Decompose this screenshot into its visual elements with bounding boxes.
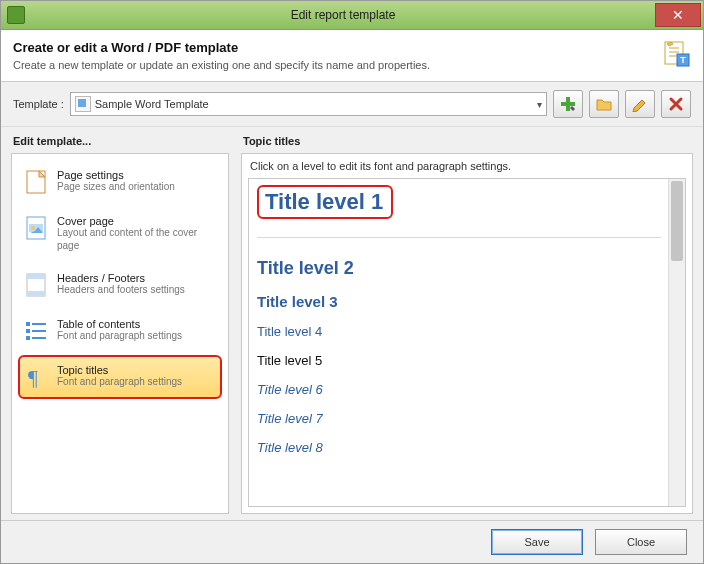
header-pane: Create or edit a Word / PDF template Cre…: [1, 30, 703, 82]
svg-rect-14: [26, 329, 30, 333]
svg-rect-13: [32, 323, 46, 325]
app-icon: [7, 6, 25, 24]
sidebar-item-title: Topic titles: [57, 364, 182, 376]
svg-rect-10: [27, 274, 45, 279]
sidebar-item-cover-page[interactable]: Cover pageLayout and content of the cove…: [18, 206, 222, 261]
delete-icon: [668, 96, 684, 112]
sidebar-item-title: Page settings: [57, 169, 175, 181]
new-template-button[interactable]: [553, 90, 583, 118]
cover-page-icon: [25, 215, 47, 241]
title-level-3[interactable]: Title level 3: [257, 293, 661, 310]
scrollbar-thumb[interactable]: [671, 181, 683, 261]
pilcrow-icon: ¶: [25, 364, 47, 390]
sidebar-item-title: Table of contents: [57, 318, 182, 330]
sidebar-item-sub: Font and paragraph settings: [57, 330, 182, 343]
headers-footers-icon: [25, 272, 47, 298]
title-level-4[interactable]: Title level 4: [257, 324, 661, 339]
title-level-1[interactable]: Title level 1: [257, 185, 393, 219]
template-selected-text: Sample Word Template: [95, 98, 209, 110]
window-title: Edit report template: [31, 8, 655, 22]
footer: Save Close: [1, 520, 703, 563]
sidebar-item-sub: Page sizes and orientation: [57, 181, 175, 194]
pencil-icon: [632, 96, 648, 112]
sidebar-item-sub: Layout and content of the cover page: [57, 227, 215, 252]
svg-rect-11: [27, 291, 45, 296]
page-icon: [25, 169, 47, 195]
template-row: Template : Sample Word Template ▾: [1, 82, 703, 127]
save-button[interactable]: Save: [491, 529, 583, 555]
right-column: Topic titles Click on a level to edit it…: [241, 135, 693, 514]
sidebar-item-topic-titles[interactable]: ¶ Topic titlesFont and paragraph setting…: [18, 355, 222, 399]
svg-rect-17: [32, 337, 46, 339]
title-level-5[interactable]: Title level 5: [257, 353, 661, 368]
right-heading: Topic titles: [243, 135, 693, 147]
template-select[interactable]: Sample Word Template ▾: [70, 92, 547, 116]
title-levels-inner: Title level 1 Title level 2 Title level …: [249, 179, 669, 506]
body-area: Edit template... Page settingsPage sizes…: [1, 127, 703, 520]
sidebar-item-sub: Headers and footers settings: [57, 284, 185, 297]
close-button[interactable]: Close: [595, 529, 687, 555]
left-column: Edit template... Page settingsPage sizes…: [11, 135, 229, 514]
header-icon: T: [663, 40, 691, 68]
right-box: Click on a level to edit its font and pa…: [241, 153, 693, 514]
scrollbar[interactable]: [668, 179, 685, 506]
svg-text:¶: ¶: [28, 365, 38, 389]
window-close-button[interactable]: ✕: [655, 3, 701, 27]
title-levels-area: Title level 1 Title level 2 Title level …: [248, 178, 686, 507]
dialog-window: Edit report template ✕ Create or edit a …: [0, 0, 704, 564]
svg-rect-16: [26, 336, 30, 340]
title-bar: Edit report template ✕: [1, 1, 703, 30]
template-doc-icon: [75, 96, 91, 112]
delete-template-button[interactable]: [661, 90, 691, 118]
open-template-button[interactable]: [589, 90, 619, 118]
chevron-down-icon: ▾: [537, 99, 542, 110]
right-hint: Click on a level to edit its font and pa…: [242, 154, 692, 178]
svg-rect-12: [26, 322, 30, 326]
svg-rect-15: [32, 330, 46, 332]
title-level-6[interactable]: Title level 6: [257, 382, 661, 397]
svg-text:T: T: [680, 55, 686, 65]
title-level-2[interactable]: Title level 2: [257, 258, 661, 279]
header-sub: Create a new template or update an exist…: [13, 59, 691, 71]
header-heading: Create or edit a Word / PDF template: [13, 40, 691, 55]
sidebar-item-sub: Font and paragraph settings: [57, 376, 182, 389]
sidebar-item-title: Cover page: [57, 215, 215, 227]
sidebar-item-headers-footers[interactable]: Headers / FootersHeaders and footers set…: [18, 263, 222, 307]
title-level-7[interactable]: Title level 7: [257, 411, 661, 426]
sidebar-item-page-settings[interactable]: Page settingsPage sizes and orientation: [18, 160, 222, 204]
sidebar-item-toc[interactable]: Table of contentsFont and paragraph sett…: [18, 309, 222, 353]
sidebar-heading: Edit template...: [13, 135, 229, 147]
svg-point-8: [31, 226, 35, 230]
toc-icon: [25, 318, 47, 344]
title-level-8[interactable]: Title level 8: [257, 440, 661, 455]
edit-template-button[interactable]: [625, 90, 655, 118]
sidebar-item-title: Headers / Footers: [57, 272, 185, 284]
close-icon: ✕: [672, 7, 684, 23]
sidebar-list: Page settingsPage sizes and orientation …: [11, 153, 229, 514]
folder-icon: [596, 96, 612, 112]
svg-rect-4: [561, 102, 575, 106]
template-label: Template :: [13, 98, 64, 110]
plus-icon: [560, 96, 576, 112]
